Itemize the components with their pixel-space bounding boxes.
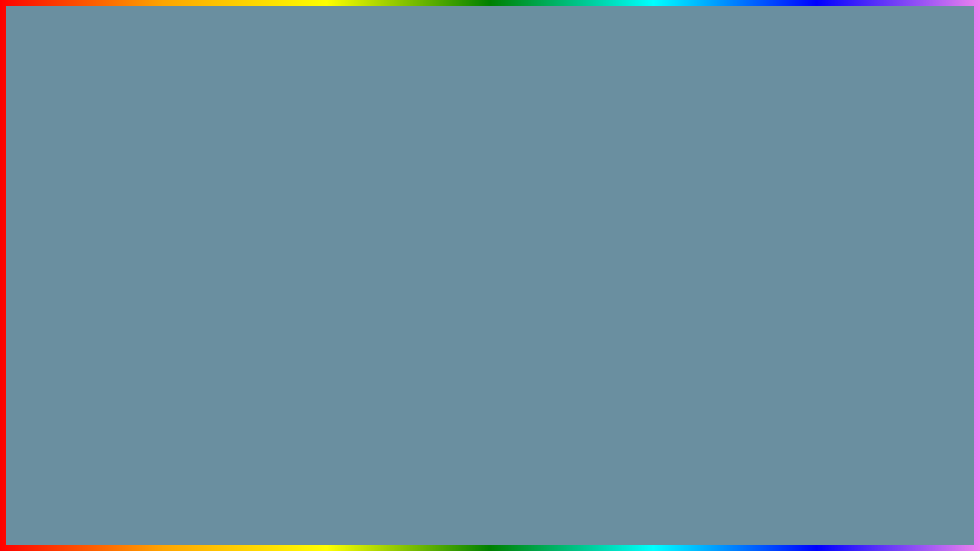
slider-delay-track[interactable] — [468, 414, 587, 417]
tower-decoration — [827, 245, 919, 459]
auto-collect-toggle[interactable] — [649, 369, 677, 383]
work-label: WORK — [609, 176, 827, 230]
slider-pets-min: 1 — [446, 426, 450, 435]
kj-hub-fg-title: KJ HUB — [350, 258, 435, 278]
detail-row-auto-collect: Auto Collect Drops — [436, 365, 686, 386]
android-checkmark: ✓ — [194, 333, 223, 372]
house-body — [38, 367, 145, 436]
auto-farm-label-1: Auto Farm — [328, 213, 371, 223]
section-label: Auto Farm Settings — [461, 349, 546, 360]
slider-delay-min: 0.01 — [446, 411, 462, 420]
auto-click-toggle[interactable] — [649, 390, 677, 404]
kj-hub-fg-item-store[interactable]: Store — [350, 300, 435, 322]
slider-pets-label: Pets Per Mob — [604, 426, 655, 435]
tower-stripe-2 — [858, 360, 919, 375]
tower-body — [842, 291, 903, 459]
house-window-right — [111, 383, 130, 398]
mob-label: Mob — [328, 260, 346, 271]
select-raid-arrow[interactable]: < — [662, 323, 677, 338]
mobile-checkmark: ✓ — [166, 292, 194, 329]
auto-click-label: Auto Click — [446, 392, 487, 403]
tower-stripe-3 — [858, 314, 919, 329]
auto-quest-toggle[interactable] — [540, 235, 567, 249]
slider-pets-track[interactable] — [456, 429, 598, 432]
auto-farm-header-label: Auto Farm — [345, 190, 394, 201]
auto-farm-bottom-text: AUTO FARM SCRIPT PASTEBIN — [15, 465, 625, 520]
auto-farm-settings-header: — Auto Farm Settings — [436, 344, 686, 365]
house-door — [80, 402, 103, 436]
kj-hub-fg-item-credits[interactable]: Credits — [350, 367, 435, 389]
kj-hub-fg-item-misc[interactable]: Misc — [350, 322, 435, 344]
mobile-android-badge: MOBILE ✓ ANDROID ✓ — [15, 291, 223, 373]
kj-hub-fg-item-settings[interactable]: Settings — [350, 344, 435, 367]
slider-pets-per-mob: 1 Pets Per Mob 15 — [436, 423, 686, 439]
auto-farm-panel-header: — Auto Farm — [319, 185, 577, 207]
auto-time-trial-label: Auto Time Trial — [446, 263, 507, 274]
detail-row-raid-status: Raid Status: Off — [436, 279, 686, 298]
kj-hub-fg-item-autoplay[interactable]: Auto Play — [350, 278, 435, 300]
slider-pets-fill — [456, 429, 471, 432]
detail-row-auto-raid: Auto Raid — [436, 298, 686, 319]
logo-anime: ANIME — [810, 464, 972, 496]
slider-delay-label: Auto Click Delay — [593, 411, 655, 420]
select-raid-label: Select Raid World — [446, 325, 519, 336]
slider-delay-fill — [468, 414, 474, 417]
mobile-text: MOBILE ✓ — [15, 291, 223, 331]
android-label: ANDROID — [15, 331, 187, 373]
section-dash: — — [446, 349, 455, 360]
auto-farm-row-2: Auto Quest — [319, 230, 577, 254]
tower-stripe-1 — [858, 406, 919, 421]
title-container: ANIME FIGHTERS SIMULATOR — [0, 8, 980, 130]
auto-farm-toggle-1[interactable] — [540, 211, 567, 225]
pastebin-label: PASTEBIN — [488, 487, 625, 518]
bottom-right-logo: ANIME FIGHTERS — [810, 464, 972, 528]
auto-raid-toggle[interactable] — [649, 302, 677, 315]
detail-row-auto-click: Auto Click — [436, 386, 686, 408]
bottom-left-text: AUTO FARM SCRIPT PASTEBIN — [15, 465, 625, 520]
auto-farm-row-1: Auto Farm — [319, 207, 577, 230]
slider-auto-click-delay: 0.01 Auto Click Delay 1 — [436, 408, 686, 423]
auto-farm-header-dash: — — [328, 190, 338, 201]
auto-farm-detail-panel: Auto Time Trial Raid Status: Off Auto Ra… — [435, 256, 688, 446]
auto-farm-word: AUTO FARM — [15, 462, 342, 523]
title-anime-fighters: ANIME FIGHTERS — [0, 8, 980, 81]
auto-farm-header-line — [400, 195, 567, 196]
script-label: SCRIPT — [365, 487, 466, 518]
kj-hub-menu-foreground: KJ HUB Auto Play Store Misc Settings Cre… — [348, 256, 436, 390]
tower-top — [835, 268, 911, 291]
auto-quest-label: Auto Quest — [328, 236, 374, 247]
section-line — [552, 354, 677, 355]
house-window-left — [54, 383, 73, 398]
logo-fighters: FIGHTERS — [810, 496, 972, 528]
title-simulator: SIMULATOR — [0, 73, 980, 130]
auto-time-trial-toggle[interactable] — [649, 262, 677, 276]
slider-pets-val: 15 — [662, 426, 677, 435]
slider-delay-val: 1 — [662, 411, 677, 420]
android-text: ANDROID ✓ — [15, 331, 223, 373]
tower-cap — [846, 243, 900, 269]
detail-row-select-raid: Select Raid World < — [436, 319, 686, 342]
raid-status-label: Raid Status: Off — [446, 283, 511, 294]
mobile-label: MOBILE — [15, 291, 158, 331]
detail-row-auto-time-trial: Auto Time Trial — [436, 258, 686, 279]
auto-collect-label: Auto Collect Drops — [446, 370, 522, 381]
tower-light — [854, 230, 892, 245]
auto-raid-label: Auto Raid — [446, 303, 486, 314]
